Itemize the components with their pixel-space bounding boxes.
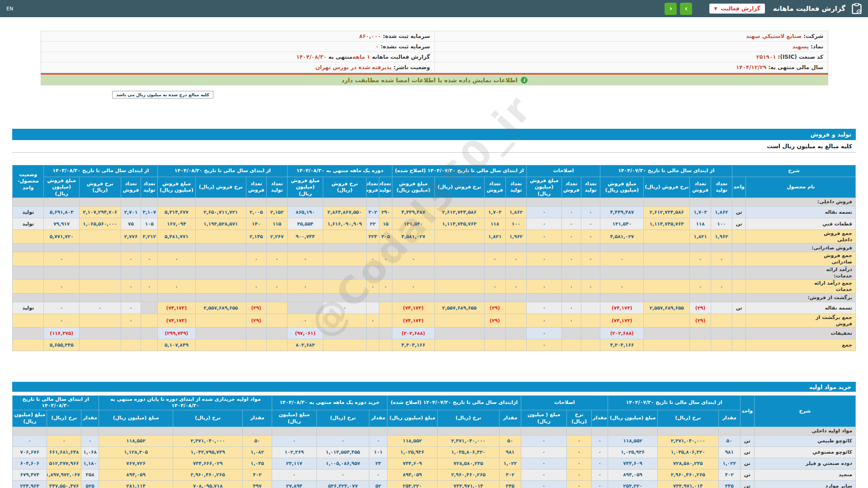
section-cell [369,427,387,435]
column-group: خرید دوره یک ماهه منتهی به ۱۴۰۴/۰۸/۳۰ [272,396,387,410]
value: ۰ [377,472,379,477]
value-cell: ۱,۷۰۳ [690,206,711,218]
value: ۱,۰۰۵,۰۸۶,۹۵۷ [326,460,360,466]
topbar: گزارش فعالیت ماهانه گزارش فعالیت ▼ › ‹ E… [0,0,868,17]
row-label: منجید [754,469,855,480]
value-cell: ۰ [141,252,158,266]
value: ۲,۱۰۷,۲۹۴,۷۰۶ [83,209,117,215]
value: ۰ [371,284,374,289]
value-cell: ۳۵۸ [81,469,99,480]
value-cell [141,339,158,351]
total-row: جمع درآمد ارائهخدمات۰۰۰۰۰۰۰۰۰۰۰۰۰۰۰۰۰۰ [13,280,856,294]
value: ۱,۰۶۸ [83,449,97,455]
value: ۱,۰۴۵ [250,460,264,466]
value: ۸۹۴,۰۵۹ [403,472,422,477]
column-header: تعداد تولید [379,177,392,198]
value-cell: ۰ [592,458,608,469]
value-cell: ۰ [566,469,592,480]
value-cell: ۳۴۵ [718,480,740,488]
section-cell [387,427,437,435]
value-cell: ۰ [323,302,366,314]
value-cell: (۲۹) [484,314,505,328]
value-cell: ۳۰۲ [499,469,521,480]
value-cell: ۱۵ [379,218,392,230]
value-cell: ۲۳,۱۱۷ [272,458,316,469]
value-cell: ۱۰۵ [141,218,158,230]
value-cell: ۰ [600,280,644,294]
value: ۵,۴۸۱,۷۷۱ [165,234,189,239]
value: ۲,۸۶۴,۸۶۷,۵۵۰ [327,209,362,215]
value: ۲۷,۸۹۴ [286,483,302,488]
section-label: مواد اولیه داخلی [754,427,855,435]
status-cell [13,252,44,266]
value: ۷۰۶,۶۷۶ [20,449,39,455]
column-header: تعداد فروش [246,177,266,198]
value-cell: ۷۵ [121,218,141,230]
unit-cell: تن [741,435,755,446]
value: ۱۰۰ [717,221,726,226]
next-report-button[interactable]: › [680,3,692,15]
column-header-unit: واحد [741,396,755,427]
value: ۱۱۸,۵۵۲ [403,438,422,443]
value: (۲۹) [490,318,500,323]
value-cell: ۰ [527,302,561,314]
column-header: نرخ فروش (ریال) [323,177,366,198]
info-label: سرمایه ثبت نشده: [381,43,430,50]
value: ۰ [699,284,702,289]
section-row: فروش صادراتی: [13,244,856,252]
value-cell: ۰ [44,280,79,294]
table-row: تخفیفات(۲۰۲,۶۸۸)۰(۲۰۲,۶۸۸)(۹۷,۰۶۱)(۲۹۹,۷… [13,328,856,339]
row-label: دوده صنعتي و فیلر [754,458,855,469]
section-cell [366,197,379,206]
header-group-row: شرحواحداز ابتدای سال مالی تا تاریخ ۱۴۰۴/… [13,396,856,410]
value: ۱۰۱ [374,449,382,455]
previous-report-button[interactable]: ‹ [665,3,677,15]
value-cell: ۰ [711,252,732,266]
value: ۰ [599,449,601,455]
value-cell [366,328,379,339]
value-cell [366,302,379,314]
section-label: برگشت از فروش: [746,293,856,302]
value: ۰ [542,234,545,239]
value: ۰ [589,284,592,289]
value: ۰ [129,305,132,310]
table-row: سایر مواردتن۳۴۵۷۳۳,۹۷۱,۰۱۴۲۵۳,۲۲۰۰۰۰۳۴۵۷… [13,480,856,488]
language-toggle[interactable]: EN [6,6,13,12]
value-cell: ۲,۳۷۱,۰۴۰,۰۰۰ [657,435,718,446]
value: ۰ [589,209,592,215]
value-cell [581,328,600,339]
value: ۰ [699,256,702,262]
value-cell: ۰ [121,280,141,294]
value-cell: ۲,۹۶۰,۴۶۰,۲۶۵ [438,469,499,480]
value-cell: ۱,۰۴۵,۸۰۶,۳۲۰ [657,446,718,458]
value-cell: ۵,۳۱۴,۶۷۷ [158,206,196,218]
value-cell: ۰ [47,435,81,446]
value: ۲,۶۱۲,۷۳۴,۵۸۶ [650,209,684,215]
value-cell: ۵,۶۹۱,۸۰۳ [44,206,79,218]
value: ۰ [578,449,580,455]
value-cell: ۳۲۴ [366,230,379,244]
value: ۷۲۸,۵۸۰,۲۳۵ [673,460,703,466]
value-cell: ۳۴۵ [499,480,521,488]
value-cell: ۱,۰۶۸ [81,446,99,458]
info-label: وضعیت ناشر: [393,64,430,70]
value: (۹۷,۰۶۱) [295,330,316,336]
value: ۰ [341,472,344,477]
value: ۰ [343,305,346,310]
unit-cell: تن [741,458,755,469]
value-cell [711,328,732,339]
value-cell: ۰ [521,469,567,480]
value-cell: ۱,۱۸۰ [81,458,99,469]
report-type-dropdown[interactable]: گزارش فعالیت ▼ [709,4,764,14]
column-header: مقدار [369,410,387,427]
value-cell: ۲۷,۸۹۴ [272,480,316,488]
value-cell [195,230,246,244]
value-cell [323,230,366,244]
table-row: تسمه نقالهتن(۲۹)۲,۵۵۷,۶۸۹,۶۵۵(۷۴,۱۷۳)۰۰(… [13,302,856,314]
value: ۱,۸۶۲ [715,209,728,215]
value-cell [323,280,366,294]
value-cell [434,280,484,294]
table-row: منجیدتن۳۰۲۲,۹۶۰,۴۶۰,۲۶۵۸۹۴,۰۵۹۰۰۰۳۰۲۲,۹۶… [13,469,856,480]
value: ۰ [275,256,278,262]
section-cell [266,293,288,302]
